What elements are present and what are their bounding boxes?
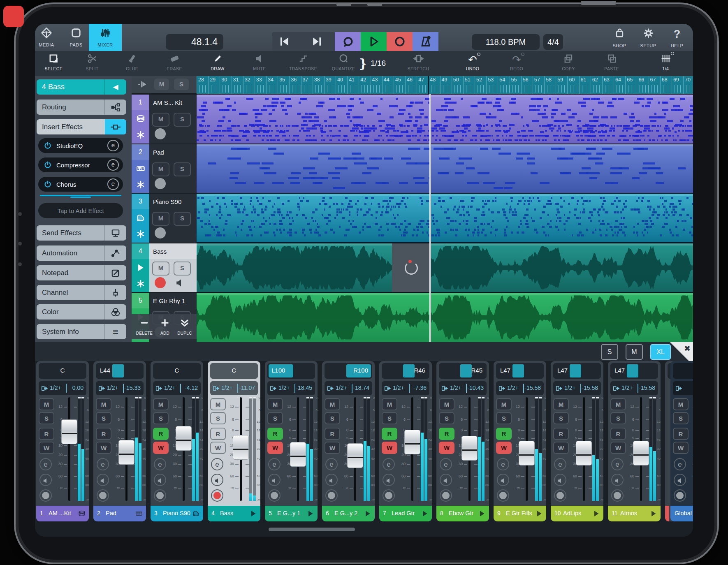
track-record-arm[interactable] (155, 128, 166, 139)
effect-slot-studioeq[interactable]: StudioEQ e (38, 138, 123, 153)
power-button[interactable] (581, 1, 616, 5)
duplicate-track-button[interactable]: DUPLC (174, 316, 195, 338)
read-automation-button[interactable]: R (673, 428, 689, 440)
solo-button[interactable]: S (153, 412, 169, 424)
monitor-button[interactable] (39, 474, 52, 486)
freeze-icon[interactable] (132, 177, 149, 192)
solo-button[interactable]: S (210, 412, 226, 424)
track-solo-button[interactable]: S (174, 162, 191, 176)
global-solo-button[interactable]: S (174, 79, 189, 90)
fader-handle[interactable] (461, 436, 478, 461)
write-automation-button[interactable]: W (325, 442, 340, 454)
sidebar-item-notepad[interactable]: Notepad (37, 265, 126, 280)
eq-button[interactable]: e (440, 458, 452, 470)
pan-display[interactable]: L47 (553, 363, 601, 379)
record-arm-button[interactable] (554, 489, 566, 502)
mute-button[interactable]: M (610, 398, 626, 410)
pan-display[interactable]: L47 (496, 363, 544, 379)
topbar-item-media[interactable]: MEDIA (35, 24, 63, 51)
monitor-button[interactable] (211, 474, 223, 486)
record-arm-button[interactable] (154, 489, 166, 502)
track-1-clip-right[interactable] (431, 95, 693, 144)
record-arm-button[interactable] (674, 489, 686, 502)
effect-slot-compressor[interactable]: Compressor e (38, 157, 123, 172)
record-arm-button[interactable] (211, 489, 223, 502)
tool-transpose[interactable]: TRANSPOSE (281, 51, 326, 76)
read-automation-button[interactable]: R (39, 428, 54, 440)
track-solo-button[interactable]: S (174, 262, 191, 276)
pan-display[interactable]: R100 (325, 363, 372, 379)
fader-handle[interactable] (61, 419, 77, 444)
eq-button[interactable]: e (611, 458, 624, 470)
monitor-button[interactable] (325, 474, 338, 486)
output-routing[interactable]: 1/2+-15.58 (610, 381, 658, 395)
eq-button[interactable]: e (211, 458, 223, 470)
record-arm-button[interactable] (383, 489, 395, 502)
track-header-3[interactable]: 3Piano S90MS (132, 194, 197, 243)
track-mute-button[interactable]: M (152, 212, 169, 226)
monitor-button[interactable] (674, 474, 686, 486)
fader-handle[interactable] (176, 426, 192, 451)
time-signature-display[interactable]: 4/4 (543, 34, 563, 50)
write-automation-button[interactable]: W (496, 442, 512, 454)
track-header-1[interactable]: 1AM S... KitMS (132, 95, 197, 144)
close-mixer-icon[interactable]: ✖ (684, 344, 691, 353)
eq-button[interactable]: e (97, 458, 109, 470)
write-automation-button[interactable]: W (96, 442, 111, 454)
solo-button[interactable]: S (553, 412, 569, 424)
track-5-clip-left[interactable] (197, 293, 430, 342)
tool-mute[interactable]: MUTE (237, 51, 282, 76)
output-routing[interactable]: 1/2+0.00 (39, 381, 86, 395)
sidebar-item-insert-effects[interactable]: Insert Effects (37, 119, 126, 134)
power-icon[interactable] (44, 161, 51, 169)
edit-effect-icon[interactable]: e (107, 159, 119, 171)
pan-display[interactable]: C (39, 363, 86, 379)
eq-button[interactable]: e (674, 458, 686, 470)
effects-resize-handle[interactable] (40, 195, 121, 196)
track-solo-button[interactable]: S (174, 113, 191, 127)
monitor-icon[interactable] (175, 278, 185, 288)
solo-button[interactable]: S (39, 412, 54, 424)
write-automation-button[interactable]: W (610, 442, 626, 454)
time-display[interactable]: 48.1.4 (166, 34, 223, 50)
channel-name-tab[interactable]: 10AdLips (551, 506, 603, 521)
channel-name-tab[interactable]: Global (670, 506, 693, 521)
read-automation-button[interactable]: R (610, 428, 626, 440)
pan-display[interactable]: L47 (610, 363, 658, 379)
channel-name-tab[interactable]: 6E G...y 2 (322, 506, 375, 521)
pan-display[interactable]: L100 (267, 363, 315, 379)
follow-playhead-icon[interactable] (137, 80, 146, 89)
add-track-button[interactable]: ADD (155, 316, 175, 338)
output-routing[interactable]: 1/2+-15.58 (496, 381, 544, 395)
record-arm-button[interactable] (325, 489, 338, 502)
track-5-clip-right[interactable] (431, 293, 693, 342)
mute-all-button[interactable]: M (626, 344, 643, 360)
fader-handle[interactable] (633, 441, 649, 465)
topbar-item-help[interactable]: ?HELP (663, 24, 691, 51)
collapse-icon[interactable]: ◀ (104, 79, 126, 95)
quantize-value[interactable]: ❵1/16 (358, 55, 387, 72)
solo-button[interactable]: S (382, 412, 397, 424)
freeze-icon[interactable] (132, 227, 149, 241)
read-automation-button[interactable]: R (325, 428, 340, 440)
fader-handle[interactable] (290, 442, 306, 467)
topbar-item-pads[interactable]: PADS (60, 24, 93, 51)
solo-button[interactable]: S (325, 412, 340, 424)
write-automation-button[interactable]: W (382, 442, 397, 454)
mute-button[interactable]: M (382, 398, 397, 410)
record-arm-button[interactable] (39, 489, 52, 502)
tool-copy[interactable]: COPY (546, 51, 591, 76)
output-routing[interactable]: 1/2+-15.33 (96, 381, 144, 395)
mute-button[interactable]: M (439, 398, 454, 410)
channel-name-tab[interactable]: 7Lead Gtr (379, 506, 432, 521)
fader-handle[interactable] (404, 430, 420, 454)
fader-handle[interactable] (347, 443, 363, 468)
mute-button[interactable]: M (673, 398, 689, 410)
fader-handle[interactable] (233, 435, 249, 460)
sidebar-item-system-info[interactable]: System Info ≡ (37, 324, 126, 339)
solo-button[interactable]: S (673, 412, 689, 424)
monitor-button[interactable] (383, 474, 395, 486)
output-routing[interactable]: 1/2+-18.74 (325, 381, 372, 395)
write-automation-button[interactable]: W (153, 442, 169, 454)
eq-button[interactable]: e (268, 458, 281, 470)
